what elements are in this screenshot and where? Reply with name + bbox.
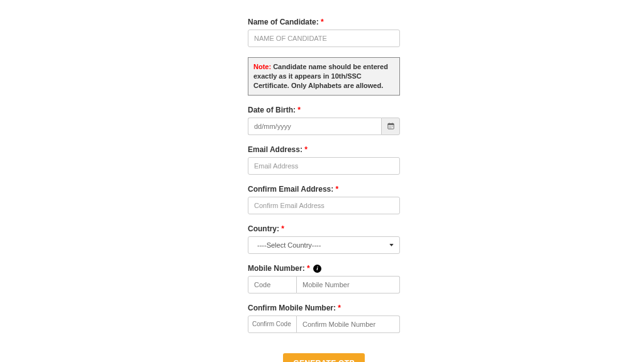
required-star: * <box>333 185 338 194</box>
field-group-dob: Date of Birth: * <box>248 106 400 135</box>
confirm-email-input[interactable] <box>248 197 400 214</box>
svg-rect-8 <box>390 128 391 128</box>
country-select-wrap: ----Select Country---- <box>248 236 400 254</box>
required-star: * <box>336 304 341 312</box>
confirm-mobile-row <box>248 315 400 333</box>
confirm-mobile-label-text: Confirm Mobile Number: <box>248 304 336 312</box>
mobile-code-input[interactable] <box>248 276 297 293</box>
note-prefix: Note: <box>253 63 271 70</box>
required-star: * <box>303 145 308 154</box>
field-group-mobile: Mobile Number: * i <box>248 264 400 293</box>
email-label-text: Email Address: <box>248 145 303 154</box>
info-icon[interactable]: i <box>313 265 321 273</box>
confirm-mobile-code-input[interactable] <box>248 315 297 333</box>
svg-rect-6 <box>392 126 392 127</box>
country-label: Country: * <box>248 224 400 233</box>
required-star: * <box>279 224 284 233</box>
generate-otp-button[interactable]: GENERATE OTP <box>283 353 364 362</box>
calendar-icon <box>387 123 394 129</box>
field-group-confirm-mobile: Confirm Mobile Number: * <box>248 304 400 333</box>
field-group-confirm-email: Confirm Email Address: * <box>248 185 400 214</box>
svg-rect-3 <box>392 123 392 124</box>
note-text: Candidate name should be entered exactly… <box>253 63 388 89</box>
field-group-email: Email Address: * <box>248 145 400 175</box>
confirm-email-label-text: Confirm Email Address: <box>248 185 333 194</box>
dob-label: Date of Birth: * <box>248 106 400 114</box>
field-group-name: Name of Candidate: * <box>248 18 400 47</box>
dob-input[interactable] <box>248 118 381 135</box>
calendar-button[interactable] <box>381 118 400 135</box>
confirm-email-label: Confirm Email Address: * <box>248 185 400 194</box>
svg-rect-1 <box>387 124 393 125</box>
email-label: Email Address: * <box>248 145 400 154</box>
registration-form: Name of Candidate: * Note: Candidate nam… <box>248 18 400 362</box>
country-select[interactable]: ----Select Country---- <box>248 236 400 254</box>
button-row: GENERATE OTP <box>248 353 400 362</box>
email-input[interactable] <box>248 157 400 175</box>
confirm-mobile-label: Confirm Mobile Number: * <box>248 304 400 312</box>
required-star: * <box>305 264 310 273</box>
name-label: Name of Candidate: * <box>248 18 400 26</box>
svg-rect-5 <box>390 126 391 127</box>
name-label-text: Name of Candidate: <box>248 18 319 26</box>
note-box: Note: Candidate name should be entered e… <box>248 57 400 96</box>
mobile-number-input[interactable] <box>297 276 400 293</box>
mobile-label-text: Mobile Number: <box>248 264 305 273</box>
dob-label-text: Date of Birth: <box>248 106 296 114</box>
required-star: * <box>296 106 301 114</box>
field-group-country: Country: * ----Select Country---- <box>248 224 400 254</box>
dob-row <box>248 118 400 135</box>
name-input[interactable] <box>248 30 400 47</box>
svg-rect-4 <box>389 126 389 127</box>
country-label-text: Country: <box>248 224 279 233</box>
confirm-mobile-number-input[interactable] <box>297 315 400 333</box>
required-star: * <box>319 18 324 26</box>
mobile-label: Mobile Number: * i <box>248 264 400 273</box>
svg-rect-7 <box>389 128 389 128</box>
mobile-row <box>248 276 400 293</box>
svg-rect-2 <box>389 123 389 124</box>
